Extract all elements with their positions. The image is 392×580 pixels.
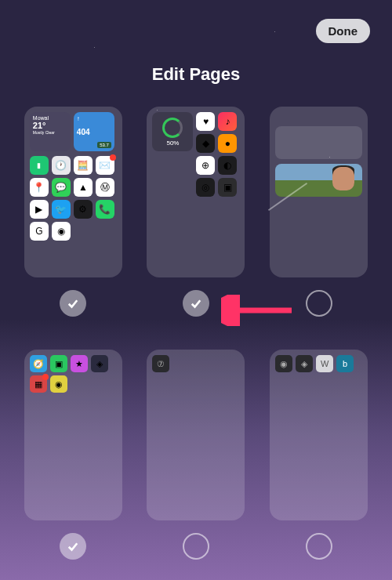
weather-temp: 21° — [33, 121, 67, 130]
weather-location: Mowal — [33, 115, 67, 121]
empty-slot — [152, 178, 171, 197]
page-toggle-4[interactable] — [60, 533, 86, 560]
itunes-icon: ★ — [71, 355, 88, 372]
photo-widget — [275, 164, 362, 197]
app-icon: ◉ — [50, 375, 67, 393]
shortcuts-icon: ◆ — [196, 134, 215, 153]
page-thumbnail-4[interactable]: 🧭 ▣ ★ ◈ ▦ ◉ — [24, 350, 122, 520]
page-column-2: 50% ♥ ♪ ◆ ● ⊕ ◐ ◎ ▣ — [147, 107, 246, 339]
stock-change: 53.7 — [97, 142, 111, 148]
page-thumbnail-2[interactable]: 50% ♥ ♪ ◆ ● ⊕ ◐ ◎ ▣ — [147, 107, 245, 277]
page-column-6: ◉ ◈ W b — [269, 350, 368, 580]
page-thumbnail-5[interactable]: ⑦ — [147, 350, 245, 520]
page-thumbnail-3[interactable] — [270, 107, 368, 277]
page-column-3 — [269, 107, 368, 339]
checkmark-icon — [189, 296, 203, 310]
empty-slot — [152, 156, 171, 175]
page-thumbnail-6[interactable]: ◉ ◈ W b — [270, 350, 368, 520]
safari-icon: 🧭 — [30, 355, 47, 372]
page-thumbnail-1[interactable]: Mowal 21° Mostly Clear ↑ 404 53.7 ▮ 🕐 🧮 … — [24, 107, 122, 277]
star-decoration — [157, 110, 158, 111]
star-decoration — [94, 47, 95, 48]
page-toggle-2[interactable] — [183, 290, 209, 317]
empty-slot — [174, 178, 193, 197]
health-icon: ♥ — [196, 112, 215, 131]
google-icon: G — [30, 222, 49, 241]
weather-widget: Mowal 21° Mostly Clear — [30, 112, 71, 151]
facetime-icon: ▮ — [30, 156, 49, 175]
star-decoration — [329, 157, 330, 158]
app-icon: ◈ — [296, 355, 313, 372]
page-column-4: 🧭 ▣ ★ ◈ ▦ ◉ — [24, 350, 123, 580]
photo-person-face — [332, 167, 354, 190]
page-column-1: Mowal 21° Mostly Clear ↑ 404 53.7 ▮ 🕐 🧮 … — [24, 107, 123, 339]
bing-icon: b — [336, 355, 354, 372]
drive-icon: ▲ — [74, 178, 93, 197]
app-icon: ▣ — [50, 355, 67, 372]
compass-icon: ⊕ — [196, 156, 215, 175]
stock-price: 404 — [77, 128, 111, 136]
gmail-icon: Ⓜ — [96, 178, 114, 197]
page-title: Edit Pages — [0, 64, 392, 85]
battery-widget: 50% — [152, 112, 193, 151]
mail-icon: ✉️ — [96, 156, 114, 175]
app-icon: ● — [218, 134, 237, 153]
app-icon: ◉ — [275, 355, 292, 372]
page-toggle-1[interactable] — [60, 290, 86, 317]
music-icon: ♪ — [218, 112, 237, 131]
page-toggle-5[interactable] — [183, 533, 209, 560]
whatsapp-icon: 📞 — [96, 200, 114, 219]
app-icon: ◎ — [196, 178, 215, 197]
checkmark-icon — [66, 539, 80, 553]
star-decoration — [274, 31, 275, 32]
app-icon: W — [316, 355, 333, 372]
battery-percent: 50% — [166, 140, 179, 147]
widget-placeholder — [275, 126, 362, 159]
weather-condition: Mostly Clear — [33, 130, 67, 135]
page-toggle-6[interactable] — [306, 533, 332, 560]
app-icon: ◐ — [218, 156, 237, 175]
messages-icon: 💬 — [52, 178, 71, 197]
page-column-5: ⑦ — [147, 350, 246, 580]
stock-ticker: ↑ — [77, 115, 111, 122]
pages-grid: Mowal 21° Mostly Clear ↑ 404 53.7 ▮ 🕐 🧮 … — [0, 107, 392, 580]
stock-widget: ↑ 404 53.7 — [74, 112, 114, 151]
chrome-icon: ◉ — [52, 222, 71, 241]
app-icon: ▣ — [218, 178, 237, 197]
app-icon: ▦ — [30, 375, 47, 393]
empty-slot — [174, 156, 193, 175]
settings-icon: ⚙ — [74, 200, 93, 219]
youtube-icon: ▶ — [30, 200, 49, 219]
calculator-icon: 🧮 — [74, 156, 93, 175]
twitter-icon: 🐦 — [52, 200, 71, 219]
clock-icon: 🕐 — [52, 156, 71, 175]
app-icon: ◈ — [91, 355, 108, 372]
page-toggle-3[interactable] — [306, 290, 332, 317]
maps-icon: 📍 — [30, 178, 49, 197]
battery-ring-icon — [162, 118, 183, 138]
done-button[interactable]: Done — [316, 19, 371, 43]
checkmark-icon — [66, 296, 80, 310]
app-icon: ⑦ — [152, 355, 169, 372]
